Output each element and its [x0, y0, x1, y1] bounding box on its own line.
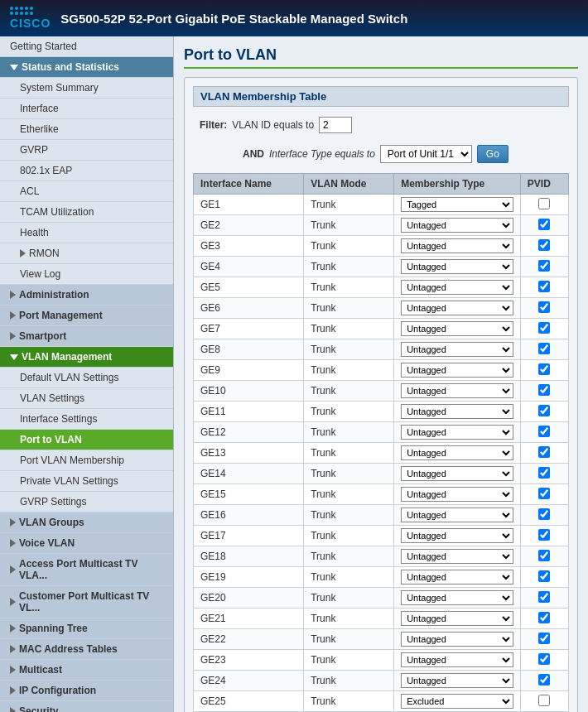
interface-type-select[interactable]: Port of Unit 1/1 Port of Unit 1/2 LAG — [380, 145, 472, 163]
cell-membership-type[interactable]: TaggedUntaggedExcludedForbidden — [394, 546, 521, 567]
cell-pvid[interactable] — [520, 215, 568, 236]
sidebar-item-port-vlan-membership[interactable]: Port VLAN Membership — [0, 450, 173, 471]
pvid-checkbox[interactable] — [538, 570, 550, 582]
sidebar-item-access-port-multicast[interactable]: Access Port Multicast TV VLA... — [0, 554, 173, 586]
cell-membership-type[interactable]: TaggedUntaggedExcludedForbidden — [394, 257, 521, 277]
pvid-checkbox[interactable] — [538, 322, 550, 334]
pvid-checkbox[interactable] — [538, 633, 550, 644]
cell-membership-type[interactable]: TaggedUntaggedExcludedForbidden — [394, 691, 521, 712]
sidebar-item-administration[interactable]: Administration — [0, 285, 173, 305]
cell-membership-type[interactable]: TaggedUntaggedExcludedForbidden — [394, 422, 521, 443]
pvid-checkbox[interactable] — [538, 591, 550, 603]
sidebar-item-8021x-eap[interactable]: 802.1x EAP — [0, 161, 173, 181]
membership-select[interactable]: TaggedUntaggedExcludedForbidden — [401, 383, 513, 398]
sidebar-item-gvrp-settings[interactable]: GVRP Settings — [0, 492, 173, 512]
cell-pvid[interactable] — [520, 402, 568, 422]
membership-select[interactable]: TaggedUntaggedExcludedForbidden — [401, 487, 513, 502]
membership-select[interactable]: TaggedUntaggedExcludedForbidden — [401, 197, 513, 212]
membership-select[interactable]: TaggedUntaggedExcludedForbidden — [401, 404, 513, 419]
cell-pvid[interactable] — [520, 464, 568, 484]
pvid-checkbox[interactable] — [538, 198, 550, 209]
membership-select[interactable]: TaggedUntaggedExcludedForbidden — [401, 632, 513, 647]
membership-select[interactable]: TaggedUntaggedExcludedForbidden — [401, 342, 513, 357]
cell-membership-type[interactable]: TaggedUntaggedExcludedForbidden — [394, 298, 521, 319]
cell-membership-type[interactable]: TaggedUntaggedExcludedForbidden — [394, 402, 521, 422]
pvid-checkbox[interactable] — [538, 550, 550, 561]
sidebar-item-acl[interactable]: ACL — [0, 181, 173, 202]
pvid-checkbox[interactable] — [538, 426, 550, 437]
cell-membership-type[interactable]: TaggedUntaggedExcludedForbidden — [394, 319, 521, 339]
membership-select[interactable]: TaggedUntaggedExcludedForbidden — [401, 259, 513, 274]
sidebar-item-vlan-management[interactable]: VLAN Management — [0, 347, 173, 368]
membership-select[interactable]: TaggedUntaggedExcludedForbidden — [401, 549, 513, 564]
membership-select[interactable]: TaggedUntaggedExcludedForbidden — [401, 218, 513, 233]
pvid-checkbox[interactable] — [538, 363, 550, 375]
pvid-checkbox[interactable] — [538, 301, 550, 313]
cell-pvid[interactable] — [520, 588, 568, 609]
sidebar-item-tcam-utilization[interactable]: TCAM Utilization — [0, 202, 173, 223]
sidebar-item-system-summary[interactable]: System Summary — [0, 78, 173, 99]
sidebar-item-view-log[interactable]: View Log — [0, 264, 173, 285]
membership-select[interactable]: TaggedUntaggedExcludedForbidden — [401, 238, 513, 253]
cell-pvid[interactable] — [520, 484, 568, 505]
cell-pvid[interactable] — [520, 298, 568, 319]
cell-pvid[interactable] — [520, 360, 568, 381]
sidebar-item-multicast[interactable]: Multicast — [0, 660, 173, 681]
cell-membership-type[interactable]: TaggedUntaggedExcludedForbidden — [394, 236, 521, 257]
sidebar-item-customer-port-multicast[interactable]: Customer Port Multicast TV VL... — [0, 586, 173, 618]
cell-membership-type[interactable]: TaggedUntaggedExcludedForbidden — [394, 567, 521, 588]
pvid-checkbox[interactable] — [538, 219, 550, 230]
cell-membership-type[interactable]: TaggedUntaggedExcludedForbidden — [394, 464, 521, 484]
sidebar-item-vlan-settings[interactable]: VLAN Settings — [0, 388, 173, 409]
vlan-id-input[interactable] — [319, 117, 352, 133]
sidebar-item-health[interactable]: Health — [0, 223, 173, 243]
membership-select[interactable]: TaggedUntaggedExcludedForbidden — [401, 652, 513, 667]
sidebar-item-spanning-tree[interactable]: Spanning Tree — [0, 618, 173, 639]
cell-membership-type[interactable]: TaggedUntaggedExcludedForbidden — [394, 195, 521, 215]
sidebar-item-vlan-groups[interactable]: VLAN Groups — [0, 512, 173, 533]
sidebar-item-getting-started[interactable]: Getting Started — [0, 36, 173, 57]
cell-pvid[interactable] — [520, 650, 568, 671]
cell-pvid[interactable] — [520, 277, 568, 298]
membership-select[interactable]: TaggedUntaggedExcludedForbidden — [401, 694, 513, 709]
cell-pvid[interactable] — [520, 422, 568, 443]
sidebar-item-etherlike[interactable]: Etherlike — [0, 119, 173, 140]
cell-pvid[interactable] — [520, 236, 568, 257]
sidebar-item-private-vlan-settings[interactable]: Private VLAN Settings — [0, 471, 173, 492]
cell-membership-type[interactable]: TaggedUntaggedExcludedForbidden — [394, 629, 521, 650]
sidebar-item-voice-vlan[interactable]: Voice VLAN — [0, 533, 173, 554]
go-button[interactable]: Go — [477, 145, 508, 163]
cell-pvid[interactable] — [520, 505, 568, 526]
cell-pvid[interactable] — [520, 443, 568, 464]
sidebar-item-interface[interactable]: Interface — [0, 99, 173, 119]
pvid-checkbox[interactable] — [538, 446, 550, 458]
sidebar-item-ip-configuration[interactable]: IP Configuration — [0, 681, 173, 701]
membership-select[interactable]: TaggedUntaggedExcludedForbidden — [401, 570, 513, 585]
membership-select[interactable]: TaggedUntaggedExcludedForbidden — [401, 466, 513, 481]
cell-membership-type[interactable]: TaggedUntaggedExcludedForbidden — [394, 650, 521, 671]
sidebar-item-rmon[interactable]: RMON — [0, 243, 173, 264]
cell-membership-type[interactable]: TaggedUntaggedExcludedForbidden — [394, 505, 521, 526]
cell-membership-type[interactable]: TaggedUntaggedExcludedForbidden — [394, 381, 521, 402]
membership-select[interactable]: TaggedUntaggedExcludedForbidden — [401, 301, 513, 315]
membership-select[interactable]: TaggedUntaggedExcludedForbidden — [401, 425, 513, 440]
membership-select[interactable]: TaggedUntaggedExcludedForbidden — [401, 363, 513, 378]
cell-membership-type[interactable]: TaggedUntaggedExcludedForbidden — [394, 526, 521, 546]
cell-membership-type[interactable]: TaggedUntaggedExcludedForbidden — [394, 215, 521, 236]
membership-select[interactable]: TaggedUntaggedExcludedForbidden — [401, 528, 513, 543]
sidebar-item-gvrp[interactable]: GVRP — [0, 140, 173, 161]
cell-membership-type[interactable]: TaggedUntaggedExcludedForbidden — [394, 443, 521, 464]
cell-membership-type[interactable]: TaggedUntaggedExcludedForbidden — [394, 360, 521, 381]
membership-select[interactable]: TaggedUntaggedExcludedForbidden — [401, 673, 513, 688]
membership-select[interactable]: TaggedUntaggedExcludedForbidden — [401, 280, 513, 295]
cell-pvid[interactable] — [520, 546, 568, 567]
pvid-checkbox[interactable] — [538, 674, 550, 686]
sidebar-item-mac-address-tables[interactable]: MAC Address Tables — [0, 639, 173, 660]
pvid-checkbox[interactable] — [538, 653, 550, 665]
pvid-checkbox[interactable] — [538, 529, 550, 541]
cell-membership-type[interactable]: TaggedUntaggedExcludedForbidden — [394, 588, 521, 609]
pvid-checkbox[interactable] — [538, 239, 550, 251]
cell-membership-type[interactable]: TaggedUntaggedExcludedForbidden — [394, 277, 521, 298]
cell-pvid[interactable] — [520, 671, 568, 691]
pvid-checkbox[interactable] — [538, 405, 550, 416]
